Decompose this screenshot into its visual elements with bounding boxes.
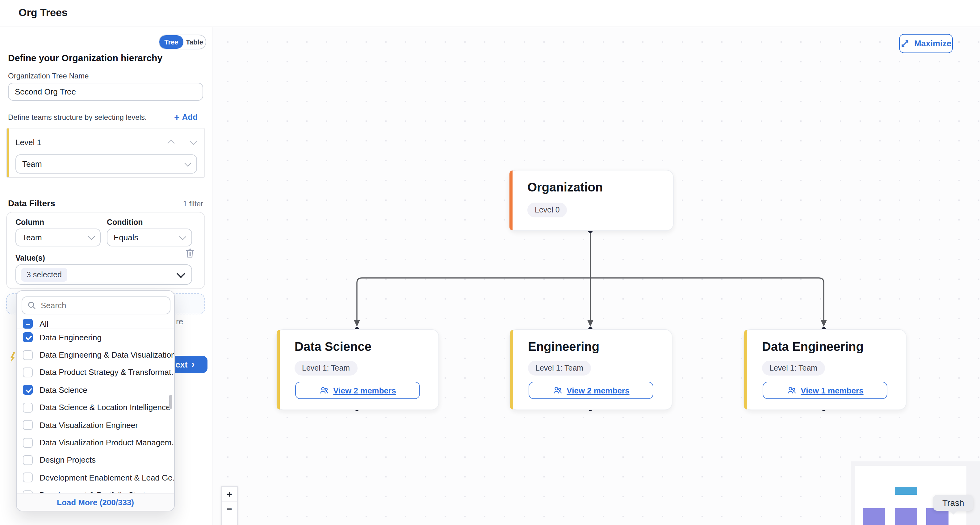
checkbox[interactable] — [23, 403, 33, 413]
option-label: Development Enablement & Lead Ge... — [40, 473, 174, 482]
tree-name-label: Organization Tree Name — [8, 72, 89, 80]
option-label: Data Engineering — [40, 332, 102, 342]
option-row[interactable]: Data Visualization Product Managem... — [17, 434, 174, 452]
level-accent-bar — [7, 129, 9, 177]
option-row[interactable]: Data Visualization Engineer — [17, 416, 174, 434]
toggle-option-tree[interactable]: Tree — [159, 35, 183, 49]
org-chart-canvas[interactable]: Maximize Organization — [212, 27, 980, 525]
option-row[interactable]: Data Engineering & Data Visualization — [17, 346, 174, 364]
column-select[interactable]: Team — [16, 229, 101, 247]
values-multiselect[interactable]: 3 selected — [16, 264, 192, 285]
node-level-badge: Level 1: Team — [294, 361, 357, 375]
scrollbar-thumb[interactable] — [169, 395, 172, 409]
option-row[interactable]: Data Science — [17, 381, 174, 399]
checkbox-checked[interactable] — [23, 332, 33, 342]
members-icon — [786, 385, 796, 395]
add-level-button[interactable]: + Add — [174, 112, 197, 122]
zoom-out-button[interactable]: − — [222, 501, 237, 516]
option-label: Data Visualization Engineer — [40, 420, 138, 430]
option-label: Data Visualization Product Managem... — [40, 438, 174, 447]
level-type-select[interactable]: Team — [16, 154, 197, 173]
node-accent-bar — [744, 330, 747, 409]
option-label: Data Science — [40, 385, 88, 395]
select-all-label: All — [40, 319, 48, 328]
expand-icon — [900, 39, 910, 48]
toggle-option-table[interactable]: Table — [183, 35, 206, 49]
chevron-down-icon — [88, 233, 95, 240]
org-node-root[interactable]: Organization Level 0 — [509, 170, 674, 231]
selected-count-chip: 3 selected — [21, 268, 67, 282]
option-row[interactable]: Data Engineering — [17, 329, 174, 346]
move-level-down-icon[interactable] — [190, 138, 197, 145]
org-node-engineering[interactable]: Engineering Level 1: Team View 2 members — [509, 329, 673, 410]
levels-description: Define teams structure by selecting leve… — [8, 113, 147, 122]
chevron-down-icon — [177, 269, 185, 278]
node-title: Data Science — [294, 340, 371, 354]
checkbox[interactable] — [23, 350, 33, 360]
maximize-button[interactable]: Maximize — [899, 34, 953, 53]
node-level-badge: Level 0 — [527, 203, 567, 217]
node-title: Engineering — [528, 340, 599, 354]
partially-hidden-text: re — [176, 317, 183, 326]
view-members-button[interactable]: View 1 members — [763, 382, 888, 399]
page-header: Org Trees — [0, 0, 980, 27]
move-level-up-icon[interactable] — [168, 140, 175, 147]
fit-view-button[interactable] — [222, 516, 237, 525]
values-label: Value(s) — [16, 254, 45, 262]
maximize-label: Maximize — [914, 39, 951, 48]
checkbox[interactable] — [23, 455, 33, 465]
checkbox-checked[interactable] — [23, 385, 33, 395]
members-icon — [552, 385, 562, 395]
delete-filter-trash-icon[interactable] — [185, 247, 195, 259]
config-sidebar: Tree Table Define your Organization hier… — [0, 27, 212, 525]
option-row[interactable]: Design Projects — [17, 451, 174, 469]
option-label: Data Science & Location Intelligence — [40, 403, 170, 412]
filter-count-badge: 1 filter — [183, 199, 203, 208]
org-node-data-engineering[interactable]: Data Engineering Level 1: Team View 1 me… — [743, 329, 907, 410]
node-level-badge: Level 1: Team — [528, 361, 591, 375]
zoom-in-button[interactable]: + — [222, 487, 237, 501]
filter-card: Column Condition Team Equals Value(s) 3 … — [6, 212, 205, 289]
node-accent-bar — [509, 170, 512, 231]
level-title: Level 1 — [16, 138, 41, 147]
checkbox[interactable] — [23, 438, 33, 447]
checkbox[interactable] — [23, 473, 33, 483]
minimap-child-node — [863, 508, 885, 525]
sidebar-heading: Define your Organization hierarchy — [8, 52, 162, 63]
trash-tooltip: Trash — [933, 495, 974, 511]
option-label: Data Product Strategy & Transformat... — [40, 368, 174, 377]
data-filters-header: Data Filters 1 filter — [8, 198, 203, 208]
search-input[interactable] — [22, 296, 170, 314]
option-row[interactable]: Data Product Strategy & Transformat... — [17, 364, 174, 382]
add-level-label: Add — [182, 112, 198, 122]
column-label: Column — [16, 218, 44, 227]
option-row[interactable]: Development Enablement & Lead Ge... — [17, 469, 174, 487]
node-title: Organization — [527, 180, 603, 194]
node-accent-bar — [510, 330, 513, 409]
column-value: Team — [22, 233, 42, 242]
search-icon — [27, 301, 37, 310]
load-more-label: Load More (200/333) — [57, 498, 134, 507]
condition-value: Equals — [114, 233, 138, 242]
checkbox[interactable] — [23, 368, 33, 377]
view-toggle[interactable]: Tree Table — [159, 35, 206, 49]
minimap-child-node — [895, 508, 917, 525]
option-label: Data Engineering & Data Visualization — [40, 350, 174, 360]
hidden-bolt-icon — [11, 352, 16, 363]
minimap[interactable] — [851, 461, 980, 525]
view-members-button[interactable]: View 2 members — [295, 382, 420, 399]
page-title: Org Trees — [19, 7, 68, 19]
node-accent-bar — [277, 330, 280, 409]
checkbox[interactable] — [23, 420, 33, 430]
select-all-checkbox[interactable] — [23, 319, 33, 329]
load-more-button[interactable]: Load More (200/333) — [17, 493, 174, 511]
org-node-data-science[interactable]: Data Science Level 1: Team View 2 member… — [276, 329, 439, 410]
tree-name-input[interactable] — [8, 83, 203, 101]
condition-select[interactable]: Equals — [107, 229, 192, 247]
chevron-down-icon — [180, 233, 186, 240]
chevron-right-icon: › — [191, 358, 195, 369]
members-icon — [319, 385, 329, 395]
option-row[interactable]: Data Science & Location Intelligence — [17, 399, 174, 416]
options-list[interactable]: Data Engineering Data Engineering & Data… — [17, 329, 174, 495]
view-members-button[interactable]: View 2 members — [528, 382, 653, 399]
